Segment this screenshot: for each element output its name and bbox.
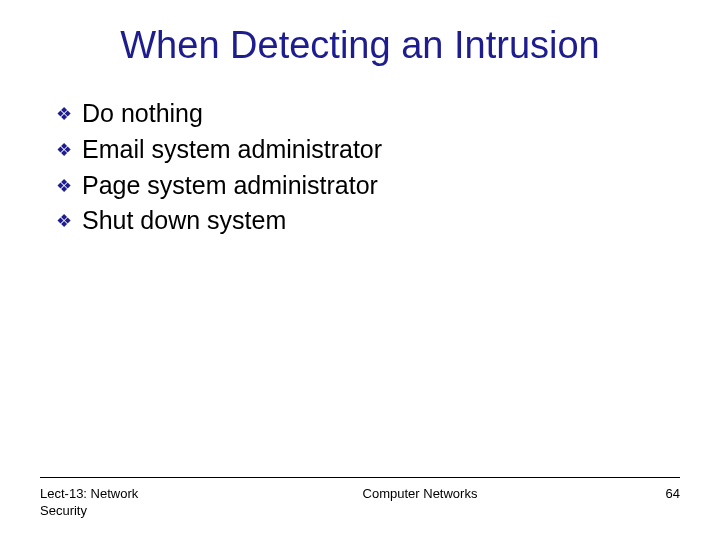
list-item: ❖ Shut down system [56, 204, 680, 238]
footer-divider [40, 477, 680, 478]
list-item: ❖ Page system administrator [56, 169, 680, 203]
content-area: ❖ Do nothing ❖ Email system administrato… [0, 97, 720, 238]
footer-left: Lect-13: Network Security [40, 486, 220, 520]
page-number: 64 [620, 486, 680, 501]
footer-left-line2: Security [40, 503, 87, 518]
footer-row: Lect-13: Network Security Computer Netwo… [40, 486, 680, 520]
list-item: ❖ Email system administrator [56, 133, 680, 167]
diamond-bullet-icon: ❖ [56, 175, 72, 197]
diamond-bullet-icon: ❖ [56, 139, 72, 161]
slide-footer: Lect-13: Network Security Computer Netwo… [0, 477, 720, 520]
bullet-text: Email system administrator [82, 133, 382, 167]
bullet-text: Page system administrator [82, 169, 378, 203]
bullet-text: Shut down system [82, 204, 286, 238]
slide-title: When Detecting an Intrusion [0, 0, 720, 97]
bullet-list: ❖ Do nothing ❖ Email system administrato… [56, 97, 680, 238]
footer-left-line1: Lect-13: Network [40, 486, 138, 501]
bullet-text: Do nothing [82, 97, 203, 131]
diamond-bullet-icon: ❖ [56, 103, 72, 125]
list-item: ❖ Do nothing [56, 97, 680, 131]
diamond-bullet-icon: ❖ [56, 210, 72, 232]
footer-center: Computer Networks [220, 486, 620, 501]
